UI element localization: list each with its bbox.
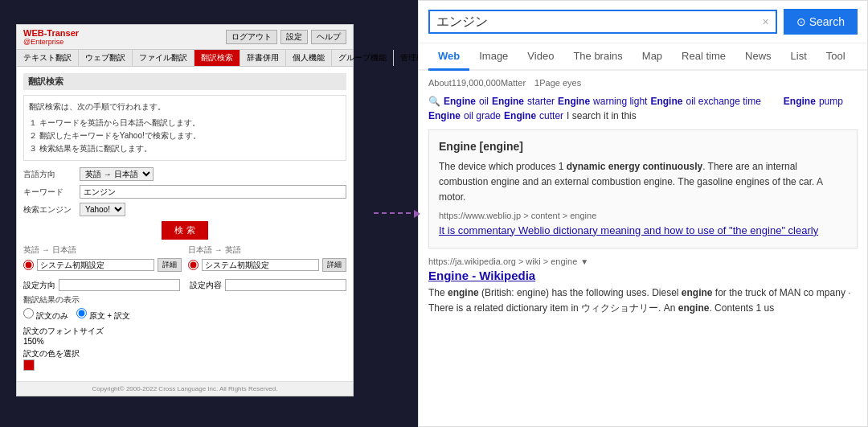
wiki-snippet-start: The bbox=[428, 287, 448, 298]
tab-text-translation[interactable]: テキスト翻訳 bbox=[17, 50, 79, 66]
format-input[interactable] bbox=[59, 279, 180, 291]
right-panel: × ⊙ Search Web Image Video The brains Ma… bbox=[418, 0, 868, 427]
wiki-result: https://ja.wikipedia.org > wiki > engine… bbox=[428, 257, 858, 316]
suggestion-4-bold[interactable]: Engine bbox=[650, 96, 682, 107]
suggestion-2-rest[interactable]: starter bbox=[527, 96, 555, 107]
keyword-input[interactable] bbox=[80, 185, 346, 199]
search-input[interactable] bbox=[436, 14, 762, 29]
wiki-bold-2: engine bbox=[682, 287, 713, 298]
settings-col-left: 英語 → 日本語 詳細 bbox=[23, 244, 182, 274]
settings-row-left: 詳細 bbox=[23, 258, 182, 272]
font-size-value: 150% bbox=[23, 337, 44, 346]
logo-top: WEB-Transer bbox=[23, 28, 79, 38]
search-button-icon: ⊙ bbox=[796, 15, 806, 28]
app-body: 翻訳検索 翻訳検索は、次の手順で行われます。 １ キーワードを英語から日本語へ翻… bbox=[17, 67, 353, 381]
nav-item-image[interactable]: Image bbox=[469, 43, 518, 71]
suggestion-1-rest[interactable]: oil bbox=[479, 96, 489, 107]
tab-web-translation[interactable]: ウェブ翻訳 bbox=[79, 50, 133, 66]
suggestion-5-rest[interactable]: pump bbox=[819, 96, 843, 107]
direction-select[interactable]: 英語 → 日本語 bbox=[80, 167, 154, 181]
info-box: 翻訳検索は、次の手順で行われます。 １ キーワードを英語から日本語へ翻訳します。… bbox=[23, 95, 346, 161]
nav-item-the-brains[interactable]: The brains bbox=[563, 43, 632, 71]
wiki-dropdown-arrow[interactable]: ▼ bbox=[580, 257, 588, 266]
settings-input-right[interactable] bbox=[202, 259, 319, 271]
arrow-container bbox=[370, 0, 418, 427]
wiki-end: . Contents 1 us bbox=[709, 302, 774, 314]
suggestion-3-bold[interactable]: Engine bbox=[558, 96, 590, 107]
settings-radio-left[interactable] bbox=[23, 260, 34, 270]
nav-item-web[interactable]: Web bbox=[428, 43, 469, 71]
search-input-wrap: × bbox=[428, 10, 777, 34]
settings-input-left[interactable] bbox=[37, 259, 154, 271]
nav-item-news[interactable]: News bbox=[735, 43, 781, 71]
tab-file-translation[interactable]: ファイル翻訳 bbox=[133, 50, 194, 66]
keyword-label: キーワード bbox=[23, 187, 80, 198]
wiki-snippet: The engine (British: engine) has the fol… bbox=[428, 285, 858, 316]
wiki-bold-3: engine bbox=[678, 302, 710, 314]
display-title: 翻訳結果の表示 bbox=[23, 294, 346, 306]
suggestion-6-rest[interactable]: oil grade bbox=[464, 110, 501, 121]
suggestion-2-bold[interactable]: Engine bbox=[492, 96, 524, 107]
color-swatch[interactable] bbox=[23, 359, 35, 371]
app-logo: WEB-Transer @Enterprise bbox=[23, 28, 79, 46]
font-size-row: 訳文のフォントサイズ 150% bbox=[23, 326, 346, 346]
suggestion-7-bold[interactable]: Engine bbox=[504, 110, 536, 121]
keyword-row: キーワード bbox=[23, 185, 346, 199]
nav-item-video[interactable]: Video bbox=[518, 43, 563, 71]
format-placeholder: 設定内容 bbox=[190, 280, 222, 291]
result-url: https://www.weblio.jp > content > engine bbox=[439, 211, 847, 220]
logout-button[interactable]: ログアウト bbox=[226, 30, 277, 44]
footer-copy: Copyright© 2000-2022 Cross Language Inc.… bbox=[17, 381, 353, 396]
radio-label-1[interactable]: 訳文のみ bbox=[23, 308, 68, 322]
radio-input-2[interactable] bbox=[76, 308, 87, 318]
suggestion-4-rest[interactable]: oil exchange time bbox=[686, 96, 760, 107]
settings-row-right: 詳細 bbox=[188, 258, 346, 272]
result-stats: About119,000,000Matter 1Page eyes bbox=[428, 77, 858, 89]
radio-group: 訳文のみ 原文 + 訳文 bbox=[23, 308, 346, 322]
arrow bbox=[374, 213, 414, 215]
settings-detail-btn-right[interactable]: 詳細 bbox=[322, 258, 346, 272]
engine-select[interactable]: Yahoo! bbox=[80, 203, 125, 216]
arrow-head bbox=[414, 210, 420, 218]
search-submit-button[interactable]: ⊙ Search bbox=[784, 9, 858, 35]
settings-button[interactable]: 設定 bbox=[280, 30, 308, 44]
format-label: 設定方向 bbox=[23, 280, 55, 291]
settings-col-right: 日本語 → 英語 詳細 bbox=[188, 244, 346, 274]
nav-item-tool[interactable]: Tool bbox=[817, 43, 855, 71]
engine-label: 検索エンジン bbox=[23, 204, 80, 216]
format-content-input[interactable] bbox=[225, 279, 346, 291]
suggestion-normal: I search it in this bbox=[567, 110, 637, 121]
result-link[interactable]: It is commentary Weblio dictionary meani… bbox=[439, 223, 847, 239]
tab-dictionary[interactable]: 辞書併用 bbox=[240, 50, 286, 66]
nav-item-realtime[interactable]: Real time bbox=[672, 43, 735, 71]
format-row: 設定方向 設定内容 bbox=[23, 279, 346, 291]
main-container: WEB-Transer @Enterprise ログアウト 設定 ヘルプ テキス… bbox=[0, 0, 868, 427]
tab-personal[interactable]: 個人機能 bbox=[286, 50, 332, 66]
tab-translation-search[interactable]: 翻訳検索 bbox=[194, 50, 240, 66]
search-button[interactable]: 検 索 bbox=[162, 221, 207, 240]
clear-icon[interactable]: × bbox=[762, 15, 768, 28]
settings-detail-btn-left[interactable]: 詳細 bbox=[158, 258, 182, 272]
radio-text-2: 原文 + 訳文 bbox=[89, 311, 130, 320]
help-button[interactable]: ヘルプ bbox=[311, 30, 346, 44]
settings-radio-right[interactable] bbox=[188, 260, 199, 270]
radio-label-2[interactable]: 原文 + 訳文 bbox=[76, 308, 130, 322]
suggestion-7-rest[interactable]: cutter bbox=[539, 110, 563, 121]
logo-sub: @Enterprise bbox=[23, 38, 79, 46]
nav-item-map[interactable]: Map bbox=[633, 43, 672, 71]
radio-input-1[interactable] bbox=[23, 308, 34, 318]
wiki-title-link[interactable]: Engine - Wikipedia bbox=[428, 269, 858, 282]
suggestion-6-bold[interactable]: Engine bbox=[428, 110, 461, 121]
engine-row: 検索エンジン Yahoo! bbox=[23, 203, 346, 216]
webtrasnr-app: WEB-Transer @Enterprise ログアウト 設定 ヘルプ テキス… bbox=[16, 24, 354, 396]
suggestion-3-rest[interactable]: warning light bbox=[593, 96, 647, 107]
nav-item-list[interactable]: List bbox=[781, 43, 817, 71]
suggestion-5-bold[interactable]: Engine bbox=[784, 96, 816, 107]
suggestion-1-bold[interactable]: Engine bbox=[444, 96, 476, 107]
left-panel: WEB-Transer @Enterprise ログアウト 設定 ヘルプ テキス… bbox=[0, 0, 370, 427]
nav-bar: Web Image Video The brains Map Real time… bbox=[419, 43, 867, 71]
nav-tabs: テキスト翻訳 ウェブ翻訳 ファイル翻訳 翻訳検索 辞書併用 個人機能 グループ機… bbox=[17, 50, 353, 67]
suggestion-icon: 🔍 bbox=[428, 96, 440, 107]
app-header-buttons: ログアウト 設定 ヘルプ bbox=[226, 30, 346, 44]
settings-col-title-left: 英語 → 日本語 bbox=[23, 244, 182, 256]
